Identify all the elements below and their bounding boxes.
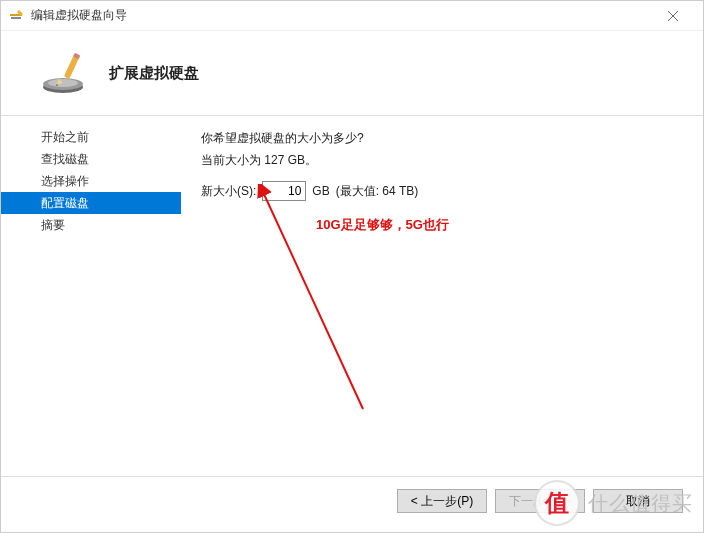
- current-size-text: 当前大小为 127 GB。: [201, 150, 683, 172]
- wizard-window: 编辑虚拟硬盘向导 扩展虚拟硬盘 开始之前 查找磁盘 选择操作: [0, 0, 704, 533]
- sidebar-item-locate-disk[interactable]: 查找磁盘: [1, 148, 181, 170]
- size-unit: GB: [312, 184, 329, 198]
- content-panel: 你希望虚拟硬盘的大小为多少? 当前大小为 127 GB。 新大小(S): GB …: [181, 116, 703, 476]
- body: 开始之前 查找磁盘 选择操作 配置磁盘 摘要 你希望虚拟硬盘的大小为多少? 当前…: [1, 116, 703, 476]
- svg-line-12: [263, 192, 363, 409]
- window-title: 编辑虚拟硬盘向导: [31, 7, 650, 24]
- watermark-logo: 值: [534, 480, 580, 526]
- svg-rect-1: [11, 17, 21, 19]
- watermark-text: 什么值得买: [588, 490, 693, 517]
- header-section: 扩展虚拟硬盘: [1, 31, 703, 116]
- question-text: 你希望虚拟硬盘的大小为多少?: [201, 128, 683, 150]
- sidebar-item-choose-action[interactable]: 选择操作: [1, 170, 181, 192]
- app-icon: [9, 8, 25, 24]
- titlebar: 编辑虚拟硬盘向导: [1, 1, 703, 31]
- size-row: 新大小(S): GB (最大值: 64 TB): [201, 181, 683, 201]
- sidebar-item-summary[interactable]: 摘要: [1, 214, 181, 236]
- new-size-input[interactable]: [262, 181, 306, 201]
- previous-button[interactable]: < 上一步(P): [397, 489, 487, 513]
- sidebar-item-configure-disk[interactable]: 配置磁盘: [1, 192, 181, 214]
- disk-pencil-icon: [41, 49, 89, 97]
- annotation-text: 10G足足够够，5G也行: [316, 216, 449, 234]
- size-max: (最大值: 64 TB): [336, 183, 419, 200]
- page-title: 扩展虚拟硬盘: [109, 64, 199, 83]
- watermark: 值 什么值得买: [524, 474, 703, 532]
- annotation-arrow: [253, 184, 373, 414]
- new-size-label: 新大小(S):: [201, 183, 256, 200]
- sidebar-item-before-begin[interactable]: 开始之前: [1, 126, 181, 148]
- sidebar: 开始之前 查找磁盘 选择操作 配置磁盘 摘要: [1, 116, 181, 476]
- close-button[interactable]: [650, 2, 695, 30]
